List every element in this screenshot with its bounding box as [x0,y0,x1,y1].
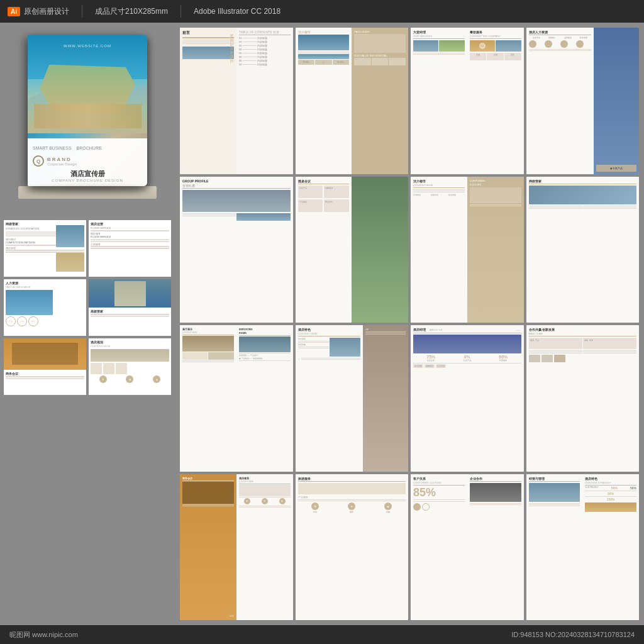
page-city: 活力都市 30,000+ ◎ 85,000+ PAGE GUIDE OUR VA… [296,28,409,174]
page-culture: 活力都市 CONTENT HERE 学术研究 经验丰富 经济实惠 CORPORA… [411,177,524,323]
page-feature: 酒店特色 CONTENT HERE 学术研究 经营策略 [296,325,409,472]
page-travel: 旅游服务 产品服务 ❄ 特色 ✦ 服务 ◈ 设施 [296,474,409,621]
thumb-butler-left: 商级管家 STRATEGIC COOPERATION 旅行顾问 COMPETIT… [4,220,86,277]
left-panel: WWW.WEBSITE.COM SMART BUSINESS BROCHURE … [0,23,175,625]
bottom-bar: 昵图网 www.nipic.com ID:948153 NO:202403281… [0,625,644,644]
toolbar-software: Adobe Illustrator CC 2018 [194,7,280,16]
toolbar-size: 成品尺寸210X285mm [95,6,168,17]
thumb-plan-left: 酒店规划 CONTENT HERE ❄ ✿ ◈ [89,338,171,395]
bottom-bar-left: 昵图网 www.nipic.com [9,630,78,640]
book-cover: WWW.WEBSITE.COM SMART BUSINESS BROCHURE … [28,35,147,186]
brand-circle: Q [33,155,44,167]
page-butler-right: 商级管家 [526,177,640,323]
bottom-bar-right: ID:948153 NO:20240328134710783124 [511,631,635,638]
page-conf-plan: 商务会议 24/32 酒店规划 CONTENT HERE ❄ ✦ ◈ [180,474,293,621]
toolbar: Ai 原创画册设计 成品尺寸210X285mm Adobe Illustrato… [0,0,644,23]
divider1 [82,5,82,18]
page-intro: 前言 MESSAGE TABLE OF CONTENTS 目录 01 ─────… [180,28,293,174]
thumb-hr-left: 人力资源 PART ACHIEVEMENT 产品 介绍 我们 [4,279,86,336]
page-client: 客户关系 CORPORATE CULTURE 85% 企业合作 [411,474,524,621]
brand-name: BRAND [47,157,77,162]
pages-grid: 前言 MESSAGE TABLE OF CONTENTS 目录 01 ─────… [175,23,644,625]
cover-bottom: SMART BUSINESS BROCHURE Q BRAND Corporat… [28,138,147,186]
cover-website: WWW.WEBSITE.COM [64,44,111,48]
cover-image [28,35,147,133]
cover-title-cn: 酒店宣传册 [33,169,142,179]
page-showroom: 展厅展示 CONTENT HERE SERVICING ITEMS 经营思路 ─… [180,325,293,472]
divider2 [180,5,181,18]
thumb-conference-left: 商务会议 [4,338,86,395]
page-meeting: 圆桌会议 特色产品 战略规划 产品服务 商业合作 [296,177,409,323]
thumb-ops-left: 酒店运营 FLOOR SERVICE 图队服务 FLOOR SERVICE 工程… [89,220,171,277]
cover-title-en: COMPANY BROCHURE DESIGN [33,179,142,182]
page-manager: 酒店经理 ABOUT US —— 75% 社会关系 0% 社会产品 66% 经理… [411,325,524,472]
page-services: 大堂经理 OUR SERVICES 餐饮服务 CONTENT THE COMPA… [411,28,524,174]
page-group: GROUP PROFILE 住宿礼遇 [180,177,293,323]
left-thumb-grid: 商级管家 STRATEGIC COOPERATION 旅行顾问 COMPETIT… [0,218,175,397]
brand-sub: Corporate Design [47,162,77,166]
ai-badge: Ai [8,7,20,16]
toolbar-label1: 原创画册设计 [24,6,69,17]
page-mgmt-stats: 经营与管理 酒店特色 CONTENT STRATEGY OUR PROJECT … [526,474,640,621]
toolbar-logo: Ai 原创画册设计 [8,6,69,17]
thumb-butler2-left: 高级管家 [89,279,171,336]
page-team: 合作共赢·创新发展 MAIN TEAM 规划 · 产品 战略 · 发展 [526,325,640,472]
cover-smart: SMART BUSINESS [33,146,72,150]
cover-brochure: BROCHURE [77,146,102,150]
cover-area: WWW.WEBSITE.COM SMART BUSINESS BROCHURE … [0,23,175,218]
book-shadow [28,187,147,192]
page-hr: 酒店人力资源 业务开发 营销推广 品牌建设 科学管理 [526,28,640,174]
